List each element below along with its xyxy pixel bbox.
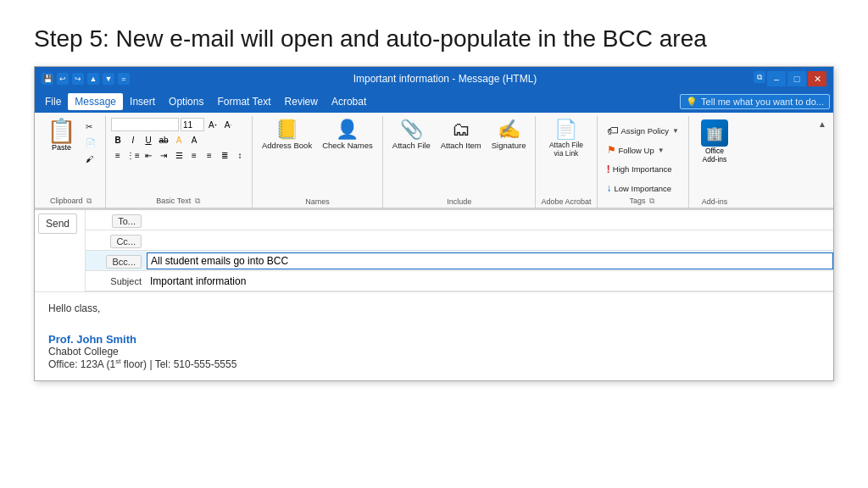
lightbulb-icon: 💡 <box>686 97 698 108</box>
subject-row: Subject <box>86 271 833 291</box>
menu-review[interactable]: Review <box>278 93 325 110</box>
ribbon-group-clipboard: 📋 Paste ✂ 📄 🖌 Clipboard ⧉ <box>38 116 106 208</box>
to-input[interactable] <box>147 213 833 228</box>
names-label: Names <box>305 197 330 208</box>
bullets-button[interactable]: ≡ <box>111 148 125 162</box>
address-book-icon: 📒 <box>275 120 298 139</box>
cc-button[interactable]: Cc... <box>110 235 142 248</box>
office-addins-button[interactable]: 🏢 OfficeAdd-ins <box>696 118 733 165</box>
bcc-button[interactable]: Bcc... <box>106 255 142 269</box>
align-center-button[interactable]: ≡ <box>187 148 201 162</box>
office-addins-label: OfficeAdd-ins <box>703 147 727 164</box>
title-bar: 💾 ↩ ↪ ▲ ▼ = Important information - Mess… <box>35 67 833 91</box>
ribbon-group-names: 📒 Address Book 👤 Check Names Names <box>253 116 383 208</box>
paste-button[interactable]: 📋 Paste <box>43 118 80 153</box>
menu-format-text[interactable]: Format Text <box>210 93 277 110</box>
exclamation-icon: ! <box>607 163 610 175</box>
menu-acrobat[interactable]: Acrobat <box>325 93 373 110</box>
follow-up-icon: ⚑ <box>607 144 616 156</box>
follow-up-button[interactable]: ⚑ Follow Up ▼ <box>603 141 683 158</box>
cc-row: Cc... <box>86 230 833 251</box>
underline-button[interactable]: U <box>142 133 155 147</box>
check-names-button[interactable]: 👤 Check Names <box>318 118 377 152</box>
font-color-button[interactable]: A <box>187 133 201 147</box>
line-spacing-button[interactable]: ↕ <box>233 148 247 162</box>
cut-icon: ✂ <box>86 122 92 131</box>
assign-policy-label: Assign Policy <box>621 126 670 136</box>
ribbon-collapse-button[interactable]: ▲ <box>818 116 830 208</box>
assign-policy-icon: 🏷 <box>607 124 619 137</box>
ribbon-group-basic-text: A+ A- B I U ab A A ≡ ⋮≡ ⇤ ⇥ ☰ ≡ <box>106 116 253 208</box>
save-icon[interactable]: 💾 <box>42 73 53 85</box>
menu-options[interactable]: Options <box>162 93 210 110</box>
body-office-suffix: floor) | Tel: 510-555-5555 <box>120 358 236 370</box>
strikethrough-button[interactable]: ab <box>157 133 170 147</box>
align-justify-button[interactable]: ≣ <box>218 148 231 162</box>
to-button[interactable]: To... <box>112 214 142 228</box>
highlight-button[interactable]: A <box>172 133 186 147</box>
font-name-input[interactable] <box>111 118 179 131</box>
low-importance-button[interactable]: ↓ Low Importance <box>603 180 683 197</box>
format-painter-button[interactable]: 🖌 <box>81 152 100 166</box>
attach-item-icon: 🗂 <box>452 120 470 139</box>
paste-icon: 📋 <box>47 119 76 143</box>
attach-item-button[interactable]: 🗂 Attach Item <box>437 118 486 152</box>
close-button[interactable]: ✕ <box>808 71 826 86</box>
attach-file-label: Attach File <box>392 141 431 150</box>
include-buttons: 📎 Attach File 🗂 Attach Item ✍ Signature <box>388 118 531 197</box>
acrobat-buttons: 📄 Attach Filevia Link <box>545 118 587 197</box>
body-sender-name: Prof. John Smith <box>48 333 820 346</box>
ribbon-group-tags: 🏷 Assign Policy ▼ ⚑ Follow Up ▼ ! High I… <box>598 116 689 208</box>
to-row: To... <box>86 210 833 230</box>
paste-label: Paste <box>52 143 71 152</box>
menu-file[interactable]: File <box>38 93 68 110</box>
restore-down-icon[interactable]: ⧉ <box>754 71 765 83</box>
menu-message[interactable]: Message <box>68 93 123 110</box>
grow-font-button[interactable]: A+ <box>206 118 220 131</box>
subject-input[interactable] <box>147 274 833 289</box>
increase-indent-button[interactable]: ⇥ <box>157 148 170 162</box>
outlook-window: 💾 ↩ ↪ ▲ ▼ = Important information - Mess… <box>34 66 834 381</box>
tell-me-search[interactable]: 💡 Tell me what you want to do... <box>680 94 830 109</box>
undo-icon[interactable]: ↩ <box>57 73 69 85</box>
decrease-indent-button[interactable]: ⇤ <box>142 148 155 162</box>
pin-icon[interactable]: = <box>118 73 130 85</box>
address-book-button[interactable]: 📒 Address Book <box>258 118 316 152</box>
minimize-button[interactable]: – <box>767 71 786 86</box>
redo-icon[interactable]: ↪ <box>72 73 84 85</box>
italic-button[interactable]: I <box>126 133 140 147</box>
low-importance-label: Low Importance <box>615 184 672 193</box>
window-controls: ⧉ – □ ✕ <box>754 71 826 86</box>
high-importance-button[interactable]: ! High Importance <box>603 160 683 178</box>
assign-policy-button[interactable]: 🏷 Assign Policy ▼ <box>603 121 683 140</box>
basic-text-expand-icon[interactable]: ⧉ <box>193 197 202 205</box>
cc-input[interactable] <box>147 233 833 248</box>
align-left-button[interactable]: ☰ <box>172 148 186 162</box>
names-buttons: 📒 Address Book 👤 Check Names <box>258 118 377 197</box>
bcc-row: Bcc... <box>86 251 833 271</box>
clipboard-label: Clipboard ⧉ <box>50 197 93 208</box>
bcc-input[interactable] <box>147 252 833 269</box>
cut-button[interactable]: ✂ <box>81 119 100 134</box>
maximize-button[interactable]: □ <box>787 71 806 86</box>
up-icon[interactable]: ▲ <box>87 73 99 85</box>
address-book-label: Address Book <box>262 141 312 150</box>
menu-insert[interactable]: Insert <box>123 93 162 110</box>
tags-expand-icon[interactable]: ⧉ <box>648 197 656 205</box>
menu-bar: File Message Insert Options Format Text … <box>35 91 833 113</box>
font-size-input[interactable] <box>181 118 204 131</box>
shrink-font-button[interactable]: A- <box>221 118 235 131</box>
include-label: Include <box>447 197 471 208</box>
send-button[interactable]: Send <box>38 214 77 234</box>
attach-file-button[interactable]: 📎 Attach File <box>388 118 435 152</box>
numbering-button[interactable]: ⋮≡ <box>126 148 140 162</box>
down-icon[interactable]: ▼ <box>103 73 114 85</box>
addins-label: Add-ins <box>702 197 728 208</box>
align-right-button[interactable]: ≡ <box>203 148 216 162</box>
attach-via-link-button[interactable]: 📄 Attach Filevia Link <box>545 118 587 160</box>
copy-button[interactable]: 📄 <box>81 136 100 150</box>
signature-button[interactable]: ✍ Signature <box>487 118 531 152</box>
search-placeholder[interactable]: Tell me what you want to do... <box>701 97 824 107</box>
bold-button[interactable]: B <box>111 133 125 147</box>
clipboard-expand-icon[interactable]: ⧉ <box>85 197 93 205</box>
